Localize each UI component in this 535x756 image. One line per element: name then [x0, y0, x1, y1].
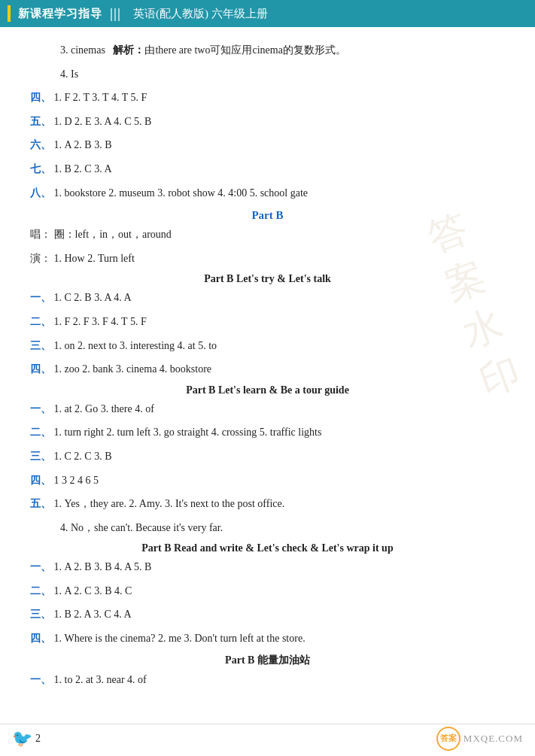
energy-yi-num: 一、 [30, 674, 51, 685]
si-answers: 1. F 2. T 3. T 4. T 5. F [54, 92, 147, 103]
liu-answers: 1. A 2. B 3. B [54, 139, 112, 150]
learn-er-answers: 1. turn right 2. turn left 3. go straigh… [54, 427, 322, 438]
read-san-line: 三、 1. B 2. A 3. C 4. A [30, 605, 505, 625]
learn-san-answers: 1. C 2. C 3. B [54, 451, 112, 462]
learn-wu-num: 五、 [30, 498, 51, 509]
yan-answers: 1. How 2. Turn left [54, 253, 135, 264]
chang-answers: 圈：left，in，out，around [54, 229, 172, 240]
trytalk-san-answers: 1. on 2. next to 3. interesting 4. at 5.… [54, 340, 217, 351]
partB-title: Part B [30, 209, 505, 222]
read-yi-num: 一、 [30, 561, 51, 572]
yan-num: 演： [30, 253, 51, 264]
read-er-line: 二、 1. A 2. C 3. B 4. C [30, 581, 505, 602]
partB-learn-title: Part B Let's learn & Be a tour guide [30, 384, 505, 396]
energy-yi-answers: 1. to 2. at 3. near 4. of [54, 674, 147, 685]
learn-wu-line1-text: 1. Yes，they are. 2. Amy. 3. It's next to… [54, 498, 285, 509]
read-si-line: 四、 1. Where is the cinema? 2. me 3. Don'… [30, 629, 505, 649]
energy-yi-line: 一、 1. to 2. at 3. near 4. of [30, 670, 505, 691]
learn-yi-num: 一、 [30, 403, 51, 414]
read-san-answers: 1. B 2. A 3. C 4. A [54, 609, 132, 620]
ba-answers: 1. bookstore 2. museum 3. robot show 4. … [54, 187, 309, 199]
page-content: 3. cinemas 解析：由there are two可知应用cinema的复… [0, 27, 535, 716]
yan-line: 演： 1. How 2. Turn left [30, 249, 505, 269]
trytalk-si-answers: 1. zoo 2. bank 3. cinema 4. bookstore [54, 363, 212, 375]
brand-container: 新课程学习指导 ||| [8, 5, 124, 22]
item3-line: 3. cinemas 解析：由there are two可知应用cinema的复… [30, 41, 505, 61]
item4-line: 4. Is [30, 65, 505, 85]
learn-si-answers: 1 3 2 4 6 5 [54, 475, 99, 486]
partB-trytalk-title: Part B Let's try & Let's talk [30, 273, 505, 285]
partB-energy-title: Part B 能量加油站 [30, 654, 505, 667]
trytalk-san-line: 三、 1. on 2. next to 3. interesting 4. at… [30, 336, 505, 357]
learn-wu-line2: 4. No，she can't. Because it's very far. [30, 518, 505, 539]
trytalk-si-num: 四、 [30, 363, 51, 375]
wu-num: 五、 [30, 116, 51, 127]
item4-text: 4. Is [60, 68, 78, 80]
item3-analysis: 由there are two可知应用cinema的复数形式。 [144, 44, 346, 56]
brand-bar-icon [8, 5, 11, 22]
learn-wu-line2-text: 4. No，she can't. Because it's very far. [60, 522, 223, 533]
qi-answers: 1. B 2. C 3. A [54, 163, 112, 175]
chang-line: 唱： 圈：left，in，out，around [30, 225, 505, 245]
wu-line: 五、 1. D 2. E 3. A 4. C 5. B [30, 112, 505, 132]
liu-num: 六、 [30, 139, 51, 150]
brand-separator: ||| [110, 6, 121, 22]
liu-line: 六、 1. A 2. B 3. B [30, 135, 505, 156]
learn-san-line: 三、 1. C 2. C 3. B [30, 447, 505, 467]
read-si-answers: 1. Where is the cinema? 2. me 3. Don't t… [54, 633, 305, 644]
read-yi-line: 一、 1. A 2. B 3. B 4. A 5. B [30, 557, 505, 578]
learn-san-num: 三、 [30, 451, 51, 462]
bottom-bar: 🐦 2 答案 MXQE.COM [0, 724, 535, 752]
qi-line: 七、 1. B 2. C 3. A [30, 159, 505, 180]
trytalk-san-num: 三、 [30, 340, 51, 351]
trytalk-yi-line: 一、 1. C 2. B 3. A 4. A [30, 288, 505, 308]
trytalk-si-line: 四、 1. zoo 2. bank 3. cinema 4. bookstore [30, 360, 505, 380]
read-san-num: 三、 [30, 609, 51, 620]
bottom-logo-text: MXQE.COM [464, 733, 523, 745]
learn-si-line: 四、 1 3 2 4 6 5 [30, 471, 505, 491]
learn-er-line: 二、 1. turn right 2. turn left 3. go stra… [30, 423, 505, 443]
brand-text: 新课程学习指导 [18, 7, 102, 21]
trytalk-er-num: 二、 [30, 316, 51, 327]
top-bar-title: 英语(配人教版) 六年级上册 [133, 7, 268, 21]
trytalk-yi-answers: 1. C 2. B 3. A 4. A [54, 292, 132, 303]
page-number: 2 [35, 733, 41, 745]
trytalk-er-answers: 1. F 2. F 3. F 4. T 5. F [54, 316, 147, 327]
learn-si-num: 四、 [30, 475, 51, 486]
item3-analysis-label: 解析： [113, 44, 144, 56]
learn-yi-line: 一、 1. at 2. Go 3. there 4. of [30, 399, 505, 420]
si-num: 四、 [30, 92, 51, 103]
trytalk-er-line: 二、 1. F 2. F 3. F 4. T 5. F [30, 312, 505, 332]
item3-text: 3. cinemas [60, 44, 105, 56]
read-er-answers: 1. A 2. C 3. B 4. C [54, 585, 132, 597]
logo-circle: 答案 [436, 727, 461, 751]
ba-line: 八、 1. bookstore 2. museum 3. robot show … [30, 184, 505, 204]
partB-read-title: Part B Read and write & Let's check & Le… [30, 542, 505, 554]
si-line: 四、 1. F 2. T 3. T 4. T 5. F [30, 88, 505, 108]
learn-yi-answers: 1. at 2. Go 3. there 4. of [54, 403, 154, 414]
wu-answers: 1. D 2. E 3. A 4. C 5. B [54, 116, 152, 127]
bird-icon: 🐦 [12, 729, 32, 748]
chang-num: 唱： [30, 229, 51, 240]
learn-er-num: 二、 [30, 427, 51, 438]
learn-wu-line1: 五、 1. Yes，they are. 2. Amy. 3. It's next… [30, 494, 505, 515]
read-er-num: 二、 [30, 585, 51, 597]
top-bar: 新课程学习指导 ||| 英语(配人教版) 六年级上册 [0, 0, 535, 27]
trytalk-yi-num: 一、 [30, 292, 51, 303]
read-yi-answers: 1. A 2. B 3. B 4. A 5. B [54, 561, 152, 572]
read-si-num: 四、 [30, 633, 51, 644]
qi-num: 七、 [30, 163, 51, 175]
answer-logo: 答案 MXQE.COM [436, 727, 523, 751]
ba-num: 八、 [30, 187, 51, 199]
